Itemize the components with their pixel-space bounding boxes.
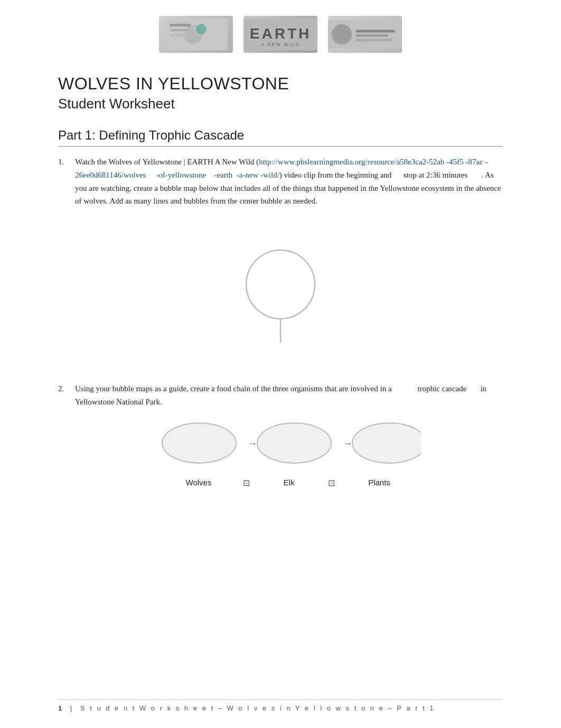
list-item-1: 1. Watch the Wolves of Yellowstone | EAR… — [58, 155, 503, 208]
chain-label-3: Plants — [337, 476, 422, 490]
bubble-map-svg — [222, 232, 339, 353]
list-number-2: 2. — [58, 382, 69, 501]
svg-point-11 — [334, 27, 349, 42]
svg-rect-14 — [356, 39, 392, 41]
svg-point-15 — [246, 250, 315, 319]
list-item-2: 2. Using your bubble maps as a guide, cr… — [58, 382, 503, 501]
svg-point-2 — [196, 24, 207, 34]
svg-text:A NEW WILD: A NEW WILD — [261, 42, 300, 47]
food-chain-labels: Wolves ⊡ Elk ⊡ Plants — [156, 476, 422, 490]
section-1-heading: Part 1: Defining Trophic Cascade — [58, 128, 503, 147]
chain-arrow-2: ⊡ — [328, 476, 335, 490]
svg-rect-3 — [170, 24, 191, 26]
svg-rect-13 — [356, 34, 388, 36]
footer-text: S t u d e n t W o r k s h e e t – W o l … — [80, 704, 435, 712]
worksheet-list: 1. Watch the Wolves of Yellowstone | EAR… — [58, 155, 503, 208]
logo-3 — [328, 16, 402, 53]
svg-text:→: → — [248, 438, 257, 449]
page-footer: 1 | S t u d e n t W o r k s h e e t – W … — [58, 699, 503, 712]
worksheet-list-2: 2. Using your bubble maps as a guide, cr… — [58, 382, 503, 501]
chain-label-1: Wolves — [156, 476, 241, 490]
svg-rect-4 — [170, 29, 188, 31]
svg-point-21 — [352, 423, 421, 463]
svg-text:EARTH: EARTH — [250, 25, 311, 42]
sub-title: Student Worksheet — [58, 96, 503, 112]
bubble-map-area — [58, 218, 503, 366]
food-chain-bubbles: → → — [157, 419, 421, 467]
logo-2: EARTH A NEW WILD — [244, 16, 317, 53]
svg-text:→: → — [343, 438, 352, 449]
food-chain-svg: → → — [157, 419, 421, 467]
main-title: WOLVES IN YELLOWSTONE — [58, 74, 503, 94]
list-content-2: Using your bubble maps as a guide, creat… — [75, 382, 503, 501]
footer-separator: | — [70, 704, 73, 712]
logo-1 — [159, 16, 233, 53]
svg-point-17 — [162, 423, 236, 463]
page-container: EARTH A NEW WILD WOLVES IN YELLOWSTONE S… — [0, 0, 561, 728]
chain-arrow-1: ⊡ — [243, 476, 250, 490]
svg-point-19 — [257, 423, 331, 463]
list-number-1: 1. — [58, 155, 69, 208]
resource-link[interactable]: http://www.pbslearningmedia.org/resource… — [75, 158, 488, 179]
svg-rect-5 — [170, 34, 185, 36]
chain-label-2: Elk — [252, 476, 326, 490]
page-number: 1 — [58, 704, 63, 712]
title-section: WOLVES IN YELLOWSTONE Student Worksheet — [58, 74, 503, 112]
food-chain-area: → → Wolves ⊡ Elk ⊡ — [75, 419, 503, 490]
list-content-1: Watch the Wolves of Yellowstone | EARTH … — [75, 155, 503, 208]
svg-rect-12 — [356, 30, 395, 32]
header-logos: EARTH A NEW WILD — [58, 0, 503, 63]
